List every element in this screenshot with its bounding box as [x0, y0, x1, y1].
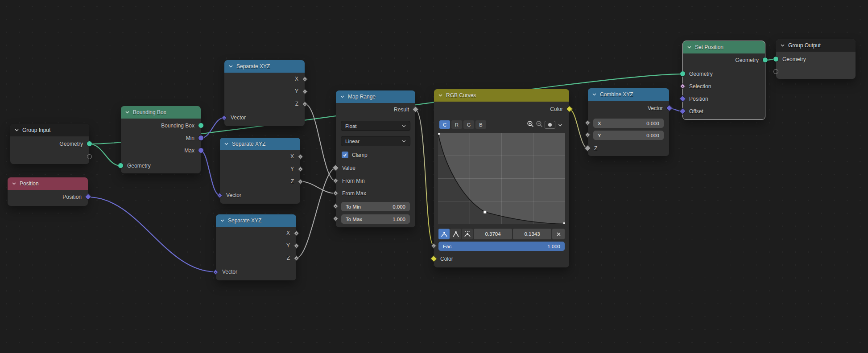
socket-geometry-output[interactable] [762, 57, 768, 63]
clamp-checkbox[interactable] [342, 152, 348, 158]
output-geometry-label: Geometry [10, 139, 89, 149]
point-x-field[interactable]: 0.3704 [474, 229, 512, 239]
node-title: Separate XYZ [228, 218, 261, 224]
input-geometry-label: Geometry [776, 54, 856, 64]
socket-geometry-output[interactable] [87, 141, 92, 147]
socket-geometry-input[interactable] [118, 163, 124, 168]
collapse-chevron-icon[interactable] [12, 182, 16, 185]
node-rgb-curves[interactable]: RGB Curves Color C R G B [434, 89, 569, 267]
curve-endpoint-start[interactable] [438, 133, 440, 135]
node-combine-xyz[interactable]: Combine XYZ Vector X0.000 Y0.000 Z [588, 88, 669, 156]
collapse-chevron-icon[interactable] [125, 111, 129, 114]
node-title: RGB Curves [446, 92, 476, 99]
wire-group-input-to-bounding-box [89, 144, 121, 166]
tools-chevron-icon[interactable] [557, 122, 564, 128]
wire-min-to-separate-xyz-top [201, 118, 224, 138]
socket-virtual-input[interactable] [773, 69, 778, 74]
node-header[interactable]: Separate XYZ [224, 60, 305, 73]
collapse-chevron-icon[interactable] [340, 95, 344, 98]
socket-geometry-input[interactable] [773, 56, 779, 62]
output-x-label: X [224, 74, 305, 84]
collapse-chevron-icon[interactable] [15, 129, 19, 131]
node-position[interactable]: Position Position [8, 177, 88, 206]
curve-editor[interactable] [438, 133, 565, 224]
output-x-label: X [220, 152, 300, 161]
output-color-label: Color [434, 104, 569, 114]
node-header[interactable]: Group Input [10, 124, 89, 136]
output-bounding-box-label: Bounding Box [121, 121, 201, 131]
node-header[interactable]: Bounding Box [121, 106, 201, 119]
collapse-chevron-icon[interactable] [220, 219, 224, 222]
x-field[interactable]: X0.000 [593, 119, 664, 128]
clipping-options-button[interactable] [545, 121, 555, 129]
input-geometry-label: Geometry [683, 69, 765, 79]
y-field[interactable]: Y0.000 [593, 131, 664, 140]
curve-control-point[interactable] [484, 211, 487, 214]
node-title: Group Input [22, 127, 50, 133]
zoom-in-icon[interactable] [527, 120, 534, 129]
clamp-label: Clamp [352, 150, 415, 160]
input-from-min-label: From Min [336, 176, 415, 186]
node-header[interactable]: Combine XYZ [588, 88, 669, 101]
node-title: Bounding Box [133, 109, 166, 115]
curve-endpoint-end[interactable] [563, 222, 565, 224]
wire-result-to-fac [415, 110, 434, 246]
collapse-chevron-icon[interactable] [438, 94, 442, 97]
node-title: Separate XYZ [236, 63, 270, 70]
handle-vector-button[interactable] [450, 229, 461, 239]
collapse-chevron-icon[interactable] [781, 44, 785, 47]
handle-auto-clamped-button[interactable] [462, 229, 473, 239]
output-result-label: Result [336, 105, 415, 115]
to-min-field[interactable]: To Min0.000 [341, 202, 410, 211]
output-z-label: Z [224, 99, 305, 109]
socket-min-output[interactable] [198, 135, 204, 141]
input-value-label: Value [336, 163, 415, 173]
node-header[interactable]: Separate XYZ [216, 214, 296, 227]
channel-r-button[interactable]: R [451, 120, 462, 129]
node-separate-xyz-top[interactable]: Separate XYZ X Y Z Vector [224, 60, 305, 126]
node-header[interactable]: Set Position [683, 41, 765, 53]
delete-point-button[interactable] [552, 229, 565, 239]
node-group-output[interactable]: Group Output Geometry [776, 39, 856, 79]
node-set-position[interactable]: Set Position Geometry Geometry Selection… [683, 41, 765, 119]
node-map-range[interactable]: Map Range Result Float Linear Clamp Valu… [336, 90, 415, 227]
node-title: Combine XYZ [600, 91, 633, 98]
node-editor-canvas[interactable]: Group Input Geometry Position Position B… [0, 0, 868, 353]
handle-auto-button[interactable] [438, 229, 450, 239]
node-bounding-box[interactable]: Bounding Box Bounding Box Min Max Geomet… [121, 106, 201, 173]
node-title: Position [20, 181, 39, 187]
input-geometry-label: Geometry [121, 161, 201, 171]
to-max-field[interactable]: To Max1.000 [341, 214, 410, 224]
interpolation-dropdown[interactable]: Linear [341, 136, 410, 146]
socket-virtual-output[interactable] [87, 154, 92, 159]
node-separate-xyz-bottom[interactable]: Separate XYZ X Y Z Vector [216, 214, 296, 280]
input-vector-label: Vector [220, 190, 300, 200]
socket-geometry-input[interactable] [680, 71, 686, 77]
collapse-chevron-icon[interactable] [592, 93, 596, 96]
collapse-chevron-icon[interactable] [687, 46, 691, 49]
node-header[interactable]: Map Range [336, 90, 415, 103]
channel-g-button[interactable]: G [463, 120, 474, 129]
output-position-label: Position [8, 192, 88, 202]
node-separate-xyz-middle[interactable]: Separate XYZ X Y Z Vector [220, 138, 300, 204]
node-title: Map Range [348, 94, 376, 100]
socket-bounding-box-output[interactable] [198, 123, 204, 128]
node-title: Set Position [695, 44, 723, 50]
collapse-chevron-icon[interactable] [224, 143, 228, 145]
output-y-label: Y [224, 86, 305, 96]
node-group-input[interactable]: Group Input Geometry [10, 124, 89, 164]
socket-max-output[interactable] [198, 148, 204, 153]
channel-c-button[interactable]: C [439, 120, 450, 129]
output-z-label: Z [220, 176, 300, 186]
node-header[interactable]: RGB Curves [434, 89, 569, 102]
data-type-dropdown[interactable]: Float [341, 121, 410, 131]
node-header[interactable]: Group Output [776, 39, 856, 52]
zoom-out-icon[interactable] [536, 120, 543, 129]
collapse-chevron-icon[interactable] [229, 65, 233, 68]
node-header[interactable]: Separate XYZ [220, 138, 300, 150]
channel-b-button[interactable]: B [475, 120, 486, 129]
fac-slider[interactable]: Fac1.000 [438, 242, 565, 251]
output-min-label: Min [121, 133, 201, 143]
point-y-field[interactable]: 0.1343 [513, 229, 551, 239]
node-header[interactable]: Position [8, 177, 88, 190]
